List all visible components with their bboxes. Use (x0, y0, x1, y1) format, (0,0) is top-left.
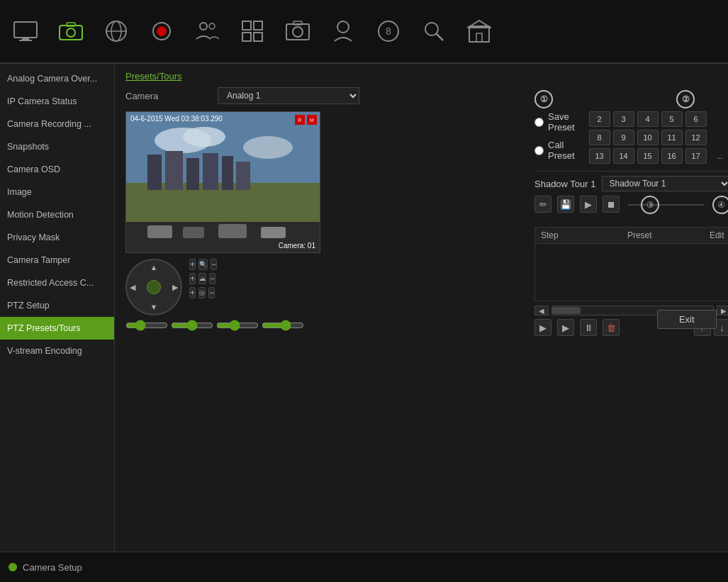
ptz-speed-slider-2[interactable] (171, 320, 213, 331)
ptz-center-button[interactable] (147, 280, 161, 294)
sidebar-item-ptz-presets[interactable]: PTZ Presets/Tours (0, 317, 114, 340)
preset-area: Save Preset Call Preset 2 3 4 5 6 (534, 111, 728, 164)
scroll-right-arrow[interactable]: ▶ (717, 306, 728, 315)
sidebar-item-image[interactable]: Image (0, 181, 114, 203)
ptz-left-arrow[interactable]: ◀ (130, 283, 135, 292)
svg-rect-37 (222, 156, 233, 190)
divider-1 (534, 171, 728, 172)
sidebar-item-camera-osd[interactable]: Camera OSD (0, 158, 114, 181)
tour-stop-icon[interactable]: ⏹ (603, 196, 620, 213)
tour-edit-icon[interactable]: ✏ (534, 196, 551, 213)
call-preset-row: Call Preset (534, 140, 575, 161)
preset-num-10[interactable]: 10 (637, 130, 659, 145)
cam-icon-1: R (295, 115, 305, 125)
monitor-icon[interactable] (7, 13, 44, 50)
sidebar-item-snapshots[interactable]: Snapshots (0, 135, 114, 158)
footer-label: Camera Setup (23, 562, 82, 573)
preset-num-5[interactable]: 5 (661, 111, 683, 127)
shadow-tour-select[interactable]: Shadow Tour 1 Shadow Tour 2 Shadow Tour … (602, 176, 729, 191)
toolbar: 8 (0, 0, 728, 64)
call-preset-radio[interactable] (534, 146, 544, 155)
camera-view-label: Camera: 01 (279, 242, 315, 250)
ptz-iris-out-btn[interactable]: − (208, 287, 215, 298)
svg-rect-15 (242, 33, 251, 41)
user-icon[interactable] (325, 13, 362, 50)
annotation-1: ① (534, 90, 553, 108)
camera-select[interactable]: Analog 1 Analog 2 Analog 3 Analog 4 (218, 87, 359, 104)
save-preset-radio[interactable] (534, 118, 544, 127)
svg-rect-41 (183, 227, 204, 238)
ptz-speed-slider-1[interactable] (125, 320, 168, 331)
scroll-left-arrow[interactable]: ◀ (534, 306, 549, 315)
sidebar-item-privacy-mask[interactable]: Privacy Mask (0, 226, 114, 249)
preset-num-9[interactable]: 9 (613, 130, 634, 145)
people-icon[interactable] (189, 13, 225, 50)
preset-num-16[interactable]: 16 (661, 148, 683, 164)
svg-point-12 (209, 23, 215, 29)
tour-save-icon[interactable]: 💾 (557, 196, 574, 213)
search-toolbar-icon[interactable] (415, 13, 452, 50)
ptz-right-arrow[interactable]: ▶ (172, 283, 178, 292)
ptz-speed-sliders (125, 320, 320, 331)
preset-num-6[interactable]: 6 (685, 111, 707, 127)
record-icon[interactable] (143, 13, 180, 50)
building-icon[interactable] (461, 13, 498, 50)
svg-rect-38 (236, 162, 250, 190)
preset-num-13[interactable]: 13 (589, 148, 610, 164)
svg-rect-5 (67, 23, 75, 26)
camera-icon[interactable] (52, 13, 89, 50)
ptz-zoom-out-btn[interactable]: − (211, 259, 217, 270)
preset-num-11[interactable]: 11 (661, 130, 683, 145)
ptz-speed-slider-4[interactable] (262, 320, 304, 331)
svg-rect-43 (261, 227, 286, 238)
pause-btn[interactable]: ⏸ (580, 319, 597, 336)
svg-rect-34 (165, 151, 183, 190)
preset-num-17[interactable]: 17 (685, 148, 707, 164)
exit-button[interactable]: Exit (657, 310, 717, 329)
add-step-btn[interactable]: ▶ (534, 319, 551, 336)
grid-icon[interactable] (234, 13, 271, 50)
preset-num-8[interactable]: 8 (589, 130, 610, 145)
ptz-zoom-in-btn[interactable]: + (189, 259, 196, 270)
svg-rect-2 (19, 40, 32, 41)
spacer (534, 220, 728, 227)
camera-view: 04-6-2015 Wed 03:38:03.290 R M Camera: 0… (125, 111, 320, 253)
content-area: Presets/Tours Camera Analog 1 Analog 2 A… (115, 64, 728, 552)
number8-icon[interactable]: 8 (370, 13, 407, 50)
sidebar-item-ptz-setup[interactable]: PTZ Setup (0, 294, 114, 317)
ptz-down-arrow[interactable]: ▼ (150, 303, 158, 311)
ptz-up-arrow[interactable]: ▲ (150, 263, 158, 272)
sidebar-item-camera-recording[interactable]: Camera Recording ... (0, 113, 114, 135)
preset-num-2[interactable]: 2 (589, 111, 610, 127)
step-col-header-preset: Preset (605, 230, 675, 240)
ptz-focus-in-btn[interactable]: + (189, 273, 196, 284)
tour-play-icon[interactable]: ▶ (580, 196, 597, 213)
svg-point-4 (67, 28, 75, 37)
cam-icon-2: M (307, 115, 317, 125)
sidebar-item-ip-camera[interactable]: IP Camera Status (0, 90, 114, 113)
preset-num-15[interactable]: 15 (637, 148, 659, 164)
ptz-speed-slider-3[interactable] (216, 320, 259, 331)
globe-icon[interactable] (98, 13, 135, 50)
ptz-zoom-icon: 🔍 (198, 259, 208, 270)
shadow-tour-icons: ③ ✏ 💾 ▶ ⏹ ④ (534, 196, 728, 214)
ptz-focus-out-btn[interactable]: − (209, 273, 215, 284)
sidebar-item-vstream-encoding[interactable]: V-stream Encoding (0, 340, 114, 362)
preset-num-12[interactable]: 12 (685, 130, 707, 145)
preset-num-4[interactable]: 4 (637, 111, 659, 127)
sidebar-item-analog-camera[interactable]: Analog Camera Over... (0, 67, 114, 90)
step-table-body (535, 244, 728, 301)
delete-btn[interactable]: 🗑 (603, 319, 620, 336)
preset-options: Save Preset Call Preset (534, 111, 575, 161)
preset-num-3[interactable]: 3 (613, 111, 634, 127)
ptz-iris-in-btn[interactable]: + (189, 287, 196, 298)
preset-num-14[interactable]: 14 (613, 148, 634, 164)
sidebar-item-camera-tamper[interactable]: Camera Tamper (0, 249, 114, 272)
snapshot-icon[interactable] (279, 13, 316, 50)
step-col-header-step: Step (541, 230, 598, 240)
play-btn[interactable]: ▶ (557, 319, 574, 336)
save-preset-row: Save Preset (534, 111, 575, 133)
camera-overlay-icons: R M (295, 115, 317, 125)
sidebar-item-restricted-access[interactable]: Restricted Access C... (0, 272, 114, 294)
sidebar-item-motion-detection[interactable]: Motion Detection (0, 203, 114, 226)
